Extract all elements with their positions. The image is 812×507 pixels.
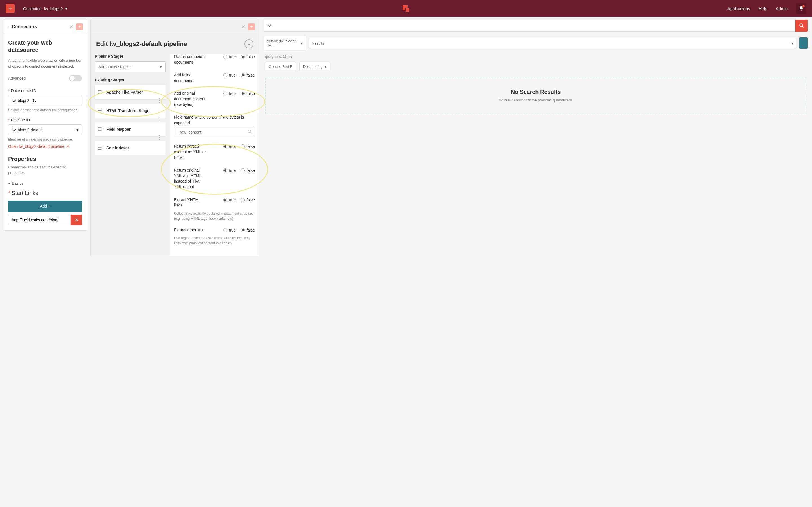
add-original-true[interactable]: true <box>223 91 236 96</box>
overflow-menu-icon[interactable]: ⋮ <box>157 116 162 122</box>
pipeline-panel: ✕ + Edit lw_blogs2-default pipeline ◂ Pi… <box>90 20 259 256</box>
sort-field-input[interactable] <box>265 62 296 71</box>
add-failed-true[interactable]: true <box>223 73 236 77</box>
flatten-true[interactable]: true <box>223 55 236 59</box>
add-pipeline-button[interactable]: + <box>248 23 255 30</box>
collapse-arrow-button[interactable]: ◂ <box>245 40 253 48</box>
add-original-false[interactable]: false <box>241 91 255 96</box>
extract-other-hint: Use regex-based heuristic extractor to c… <box>174 235 255 245</box>
properties-title: Properties <box>8 156 82 162</box>
panel-title: Connectors <box>12 24 68 29</box>
search-icon[interactable] <box>248 129 252 135</box>
add-button-top[interactable]: + <box>6 4 15 13</box>
logo <box>402 4 410 13</box>
svg-line-5 <box>802 26 804 27</box>
chevron-down-icon: ▾ <box>792 41 794 45</box>
drag-handle-icon[interactable]: ☰ <box>98 145 102 151</box>
topbar: + Collection: lw_blogs2 ▾ Applications H… <box>0 0 812 17</box>
overflow-menu-icon[interactable]: ⋮ <box>157 134 162 140</box>
stage-solr-indexer[interactable]: ☰ Solr Indexer <box>95 141 165 155</box>
back-chevron-icon[interactable]: ‹ <box>7 24 9 30</box>
search-button[interactable] <box>795 20 808 32</box>
search-icon <box>799 23 804 28</box>
return-original-true[interactable]: true <box>223 168 236 173</box>
datasource-id-label: *Datasource ID <box>8 89 82 93</box>
svg-point-4 <box>800 24 803 27</box>
pipeline-id-select[interactable]: lw_blogs2-default ▾ <box>8 124 82 135</box>
profile-dropdown[interactable]: default (lw_blogs2-de... ▾ <box>264 36 306 50</box>
field-name-input[interactable] <box>174 127 255 137</box>
stage-label: Field Mapper <box>106 127 131 131</box>
close-icon[interactable]: ✕ <box>240 23 246 30</box>
nav-help[interactable]: Help <box>759 6 767 11</box>
datasource-desc: A fast and flexible web crawler with a n… <box>8 58 82 69</box>
add-stage-select[interactable]: Add a new stage + ▾ <box>95 61 165 72</box>
extract-other-label: Extract other links <box>174 227 205 233</box>
notification-badge <box>802 5 805 7</box>
search-panel: default (lw_blogs2-de... ▾ Results ▾ que… <box>262 20 809 114</box>
stage-label: HTML Transform Stage <box>106 108 149 113</box>
return-original-false[interactable]: false <box>241 168 255 173</box>
stage-apache-tika[interactable]: ☰ Apache Tika Parser <box>95 85 165 100</box>
external-link-icon: ↗ <box>66 144 69 149</box>
chevron-down-icon: ▾ <box>65 6 67 11</box>
drag-handle-icon[interactable]: ☰ <box>98 126 102 132</box>
run-button[interactable] <box>799 38 808 49</box>
query-time-label: query-time: 16 ms <box>265 55 806 59</box>
caret-down-icon: ▾ <box>8 181 10 186</box>
chevron-down-icon: ▾ <box>160 64 162 69</box>
drag-handle-icon[interactable]: ☰ <box>98 89 102 95</box>
nav-applications[interactable]: Applications <box>727 6 750 11</box>
search-input[interactable] <box>264 20 795 32</box>
add-link-button[interactable]: Add + <box>8 201 82 212</box>
advanced-label: Advanced <box>8 76 26 80</box>
open-pipeline-link[interactable]: Open lw_blogs2-default pipeline ↗ <box>8 144 69 149</box>
top-nav: Applications Help Admin <box>727 3 806 13</box>
return-original-label: Return original XML and HTML instead of … <box>174 168 208 189</box>
collection-dropdown[interactable]: Collection: lw_blogs2 ▾ <box>23 6 67 11</box>
advanced-toggle[interactable] <box>69 75 82 81</box>
no-results-title: No Search Results <box>271 89 800 95</box>
add-failed-false[interactable]: false <box>241 73 255 77</box>
start-links-label: *Start Links <box>8 190 82 196</box>
stage-field-mapper[interactable]: ☰ Field Mapper <box>95 122 165 136</box>
add-original-label: Add original document content (raw bytes… <box>174 91 208 107</box>
datasource-id-input[interactable] <box>8 95 82 106</box>
basics-collapse[interactable]: ▾ Basics <box>8 181 82 186</box>
return-xml-label: Return parsed content as XML or HTML <box>174 144 208 160</box>
stage-html-transform[interactable]: ☰ HTML Transform Stage <box>95 104 165 118</box>
return-xml-true[interactable]: true <box>223 144 236 149</box>
extract-other-true[interactable]: true <box>223 228 236 232</box>
connectors-panel: ‹ Connectors ✕ + Create your web datasou… <box>3 20 87 231</box>
delete-link-button[interactable]: ✕ <box>71 215 82 225</box>
extract-xhtml-label: Extract XHTML links <box>174 197 208 208</box>
pipeline-stages-label: Pipeline Stages <box>95 54 165 59</box>
notifications-button[interactable] <box>796 3 806 13</box>
datasource-id-hint: Unique identifier of a datasource config… <box>8 108 82 113</box>
datasource-heading: Create your web datasource <box>8 39 82 54</box>
existing-stages-label: Existing Stages <box>95 78 165 82</box>
flatten-label: Flatten compound documents <box>174 54 208 65</box>
add-connector-button[interactable]: + <box>76 23 83 30</box>
sort-order-select[interactable]: Descending ▾ <box>299 62 330 71</box>
extract-other-false[interactable]: false <box>241 228 255 232</box>
chevron-down-icon: ▾ <box>77 128 79 132</box>
pipeline-id-hint: Identifier of an existing processing pip… <box>8 137 82 142</box>
no-results-box: No Search Results No results found for t… <box>265 77 806 114</box>
svg-point-2 <box>248 130 251 133</box>
flatten-false[interactable]: false <box>241 55 255 59</box>
start-link-input[interactable] <box>8 215 71 225</box>
extract-xhtml-false[interactable]: false <box>241 198 255 202</box>
nav-admin[interactable]: Admin <box>776 6 788 11</box>
add-failed-label: Add failed documents <box>174 72 208 83</box>
svg-line-3 <box>250 132 252 133</box>
no-results-desc: No results found for the provided query/… <box>271 98 800 102</box>
drag-handle-icon[interactable]: ☰ <box>98 108 102 114</box>
overflow-menu-icon[interactable]: ⋮ <box>157 97 162 103</box>
return-xml-false[interactable]: false <box>241 144 255 149</box>
results-dropdown[interactable]: Results ▾ <box>309 38 797 48</box>
field-name-label: Field name where content (raw bytes) is … <box>174 115 255 126</box>
close-icon[interactable]: ✕ <box>68 23 74 30</box>
stage-label: Apache Tika Parser <box>106 90 143 94</box>
extract-xhtml-true[interactable]: true <box>223 198 236 202</box>
